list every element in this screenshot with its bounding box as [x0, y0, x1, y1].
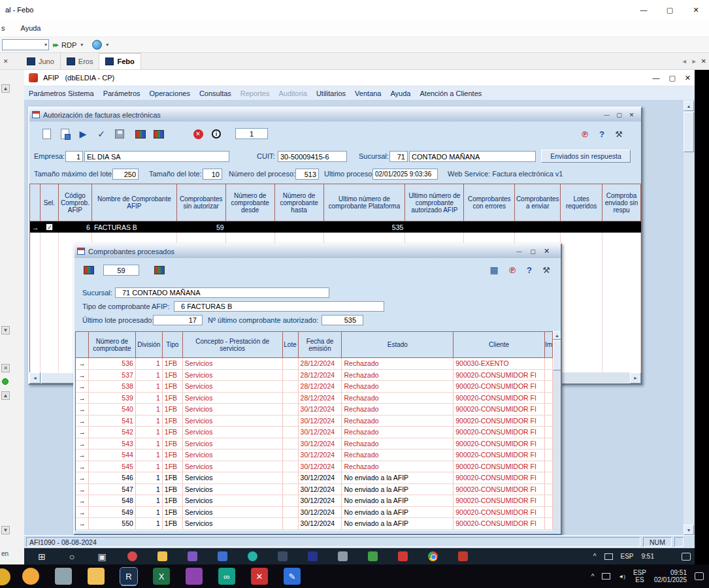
proc-cell-2[interactable]: 1: [136, 438, 163, 449]
proc-cell-9[interactable]: [545, 472, 553, 483]
proc-cell-1[interactable]: 539: [89, 393, 136, 404]
process-count-field[interactable]: 1: [235, 128, 268, 139]
proc-cell-0[interactable]: →: [76, 484, 89, 495]
proc-cell-6[interactable]: 30/12/2024: [299, 404, 342, 415]
proc-cell-6[interactable]: 30/12/2024: [299, 518, 342, 529]
proc-cell-7[interactable]: No enviado a la AFIP: [342, 507, 453, 518]
auth-row-cell-7[interactable]: 535: [324, 223, 406, 231]
proc-col-header-6[interactable]: Fecha de emisión: [299, 332, 342, 358]
auth-col-header-8[interactable]: Ultimo número de comprobante autorizado …: [405, 184, 464, 221]
host-minimize-button[interactable]: —: [631, 0, 657, 20]
proc-cell-6[interactable]: 28/12/2024: [299, 393, 342, 404]
proc-cell-5[interactable]: [283, 461, 299, 472]
host-close-button[interactable]: ✕: [683, 0, 709, 20]
export-grid-button[interactable]: [151, 126, 167, 142]
confirm-button[interactable]: ✓: [93, 126, 109, 142]
proc-cell-8[interactable]: 900020-CONSUMIDOR FI: [453, 495, 545, 506]
auth-col-header-3[interactable]: Nombre de Comprobante AFIP: [92, 184, 177, 221]
proc-row-548[interactable]: →54811FBServicios30/12/2024No enviado a …: [76, 495, 553, 507]
pinned-app-gray-icon[interactable]: [327, 548, 357, 564]
proc-scroll-up-icon[interactable]: ▲: [553, 331, 561, 340]
host-lang-indicator[interactable]: ESP ES: [633, 569, 646, 583]
proc-sucursal-field[interactable]: 71 CONTADO MAÑANA: [115, 287, 329, 298]
proc-cell-7[interactable]: No enviado a la AFIP: [342, 495, 453, 506]
file-explorer-icon[interactable]: [147, 548, 177, 564]
proc-cell-4[interactable]: Servicios: [183, 416, 283, 427]
proc-cell-6[interactable]: 28/12/2024: [299, 381, 342, 392]
tools-button[interactable]: ⚒: [611, 126, 627, 142]
proc-cell-3[interactable]: 1FB: [163, 461, 183, 472]
proc-row-541[interactable]: →54111FBServicios30/12/2024Rechazado9000…: [76, 416, 553, 427]
proc-cell-7[interactable]: No enviado a la AFIP: [342, 472, 453, 483]
proc-cell-7[interactable]: Rechazado: [342, 393, 453, 404]
proc-cell-6[interactable]: 30/12/2024: [299, 438, 342, 449]
proc-cell-7[interactable]: Rechazado: [342, 461, 453, 472]
pinned-app-red-icon[interactable]: [117, 548, 147, 564]
enviados-sin-respuesta-button[interactable]: Enviados sin respuesta: [541, 150, 631, 163]
proc-cell-0[interactable]: →: [76, 438, 89, 449]
proc-cell-7[interactable]: No enviado a la AFIP: [342, 518, 453, 529]
proc-close-button[interactable]: ✕: [541, 246, 552, 256]
proc-row-546[interactable]: →54611FBServicios30/12/2024No enviado a …: [76, 472, 553, 484]
proc-cell-2[interactable]: 1: [136, 484, 163, 495]
tab-scroll-left-icon[interactable]: ◄: [682, 58, 687, 65]
proc-cell-9[interactable]: [545, 461, 553, 472]
auth-selected-row[interactable]: →✓6FACTURAS B59535: [29, 221, 641, 233]
proc-cell-4[interactable]: Servicios: [183, 461, 283, 472]
proc-cell-0[interactable]: →: [76, 461, 89, 472]
proc-cell-5[interactable]: [283, 495, 299, 506]
afip-menu-item-5[interactable]: Reportes: [236, 87, 274, 100]
proc-cell-0[interactable]: →: [76, 404, 89, 415]
proc-row-542[interactable]: →54211FBServicios30/12/2024Rechazado9000…: [76, 427, 553, 438]
chrome-icon[interactable]: [418, 548, 448, 564]
proc-report-button[interactable]: [152, 262, 167, 278]
proc-cell-1[interactable]: 547: [89, 484, 136, 495]
proc-cell-9[interactable]: [545, 393, 553, 404]
pinned-app-blue-icon[interactable]: [207, 548, 237, 564]
pinned-app-teal-icon[interactable]: [237, 548, 267, 564]
proc-cell-9[interactable]: [545, 518, 553, 529]
auth-close-button[interactable]: ✕: [626, 110, 637, 120]
proc-cell-8[interactable]: 900020-CONSUMIDOR FI: [453, 393, 545, 404]
pinned-app-navy-icon[interactable]: [297, 548, 327, 564]
proc-cell-5[interactable]: [283, 427, 299, 438]
proc-permissions-button[interactable]: ℗: [504, 262, 520, 278]
save-button[interactable]: [112, 126, 127, 142]
proc-cell-3[interactable]: 1FB: [163, 449, 183, 461]
tab-febo[interactable]: Febo: [99, 53, 140, 69]
proc-cell-2[interactable]: 1: [136, 427, 163, 438]
proc-cell-4[interactable]: Servicios: [183, 507, 283, 518]
proc-cell-3[interactable]: 1FB: [163, 370, 183, 381]
afip-menu-item-8[interactable]: Ventana: [350, 87, 386, 100]
proc-cell-8[interactable]: 900030-EXENTO: [453, 358, 545, 369]
proc-cell-7[interactable]: Rechazado: [342, 427, 453, 438]
host-menu-ayuda[interactable]: Ayuda: [21, 24, 41, 32]
proc-cell-1[interactable]: 542: [89, 427, 136, 438]
proc-row-540[interactable]: →54011FBServicios30/12/2024Rechazado9000…: [76, 404, 553, 416]
afip-menu-item-6[interactable]: Auditoria: [274, 87, 311, 100]
proc-cell-4[interactable]: Servicios: [183, 358, 283, 369]
afip-menu-item-9[interactable]: Ayuda: [386, 87, 415, 100]
proc-cell-4[interactable]: Servicios: [183, 472, 283, 483]
proc-cell-1[interactable]: 545: [89, 461, 136, 472]
proc-cell-0[interactable]: →: [76, 427, 89, 438]
sucursal-name-field[interactable]: CONTADO MAÑANA: [409, 151, 536, 162]
proc-cell-7[interactable]: Rechazado: [342, 438, 453, 449]
proc-titlebar[interactable]: Comprobantes procesados — ▢ ✕: [74, 244, 561, 258]
host-maximize-button[interactable]: ▢: [657, 0, 683, 20]
auth-col-header-11[interactable]: Lotes requeridos: [561, 184, 602, 221]
tab-scroll-right-icon[interactable]: ►: [691, 58, 697, 65]
globe-icon[interactable]: [92, 40, 102, 50]
proc-col-header-5[interactable]: Lote: [283, 332, 299, 358]
dock-scroll-up2-icon[interactable]: ▲: [1, 391, 10, 400]
proc-col-header-4[interactable]: Concepto - Prestación de servicios: [183, 332, 283, 358]
info-button[interactable]: i: [208, 126, 224, 142]
dock-scroll-down2-icon[interactable]: ▼: [1, 526, 10, 534]
proc-cell-5[interactable]: [283, 370, 299, 381]
proc-cell-7[interactable]: Rechazado: [342, 381, 453, 392]
proc-cell-5[interactable]: [283, 404, 299, 415]
proc-cell-9[interactable]: [545, 358, 553, 369]
run-process-button[interactable]: ▶: [75, 126, 91, 142]
proc-cell-3[interactable]: 1FB: [163, 495, 183, 506]
proc-cell-9[interactable]: [545, 507, 553, 518]
